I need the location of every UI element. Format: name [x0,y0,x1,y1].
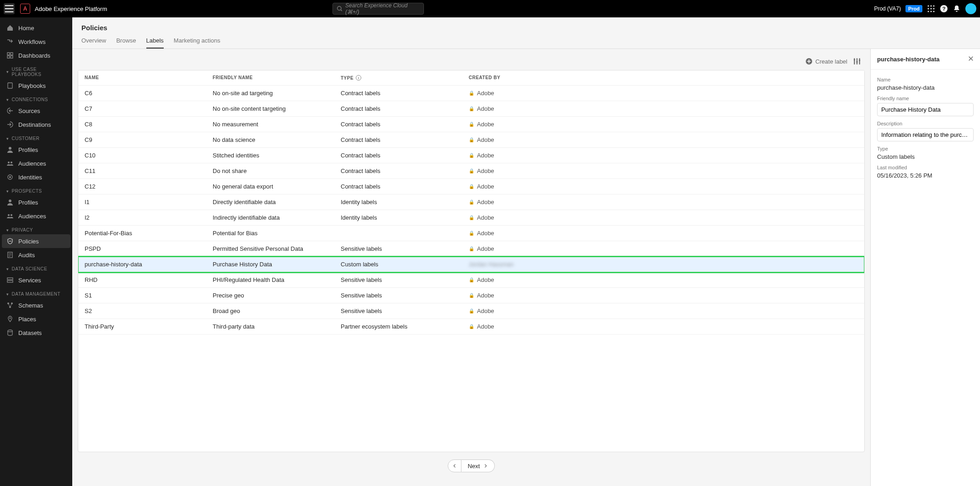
cell-type: Contract labels [341,152,469,159]
sidebar-item-places[interactable]: Places [0,312,72,326]
table-row[interactable]: C7No on-site content targetingContract l… [78,101,864,117]
sidebar-item-profiles[interactable]: Profiles [0,195,72,209]
help-icon[interactable]: ? [940,5,948,13]
avatar[interactable] [965,3,976,14]
cell-type: Contract labels [341,167,469,174]
col-type: TYPEi [341,75,469,81]
search-placeholder: Search Experience Cloud (⌘+/) [345,2,420,15]
sidebar-item-home[interactable]: Home [0,21,72,35]
sidebar-group-use-case-playbooks[interactable]: ▾USE CASE PLAYBOOKS [0,62,72,79]
apps-icon[interactable] [927,5,935,13]
cell-type: Identity labels [341,199,469,205]
table-row[interactable]: PSPDPermitted Sensitive Personal DataSen… [78,241,864,257]
create-label-text: Create label [815,58,847,65]
sidebar-item-sources[interactable]: Sources [0,104,72,118]
sidebar-group-privacy[interactable]: ▾PRIVACY [0,223,72,234]
sidebar-item-profiles[interactable]: Profiles [0,143,72,157]
detail-friendly-input[interactable] [877,103,974,116]
detail-title: purchase-history-data [877,56,940,63]
cell-created-by: 🔒Adobe [469,183,858,190]
pager-next-button[interactable]: Next [461,459,495,472]
sidebar-group-title: PRIVACY [12,227,33,232]
tab-browse[interactable]: Browse [116,37,136,49]
detail-description-input[interactable] [877,128,974,141]
sidebar-item-audiences[interactable]: Audiences [0,157,72,170]
app-title: Adobe Experience Platform [35,5,107,12]
cell-friendly: No on-site content targeting [213,105,341,112]
playbooks-icon [6,82,14,89]
tab-overview[interactable]: Overview [81,37,106,49]
table-row[interactable]: Potential-For-BiasPotential for Bias🔒Ado… [78,226,864,241]
cell-created-by: 🔒Adobe [469,292,858,299]
hamburger-menu[interactable] [4,3,15,14]
cell-friendly: Stitched identities [213,152,341,159]
col-name: NAME [85,75,213,81]
table-row[interactable]: RHDPHI/Regulated Health DataSensitive la… [78,272,864,288]
detail-type-value: Custom labels [877,153,974,160]
cell-friendly: Permitted Sensitive Personal Data [213,245,341,252]
cell-name: C10 [85,152,213,159]
table-row[interactable]: I2Indirectly identifiable dataIdentity l… [78,210,864,226]
sidebar-item-identities[interactable]: Identities [0,170,72,184]
cell-name: S2 [85,308,213,314]
sidebar-item-schemas[interactable]: Schemas [0,298,72,312]
sidebar-item-label: Identities [18,174,42,181]
sidebar-group-connections[interactable]: ▾CONNECTIONS [0,92,72,104]
sidebar-group-data-management[interactable]: ▾DATA MANAGEMENT [0,287,72,298]
sidebar-item-policies[interactable]: Policies [2,234,70,248]
table-row[interactable]: C12No general data exportContract labels… [78,179,864,194]
pager-prev-button[interactable] [448,459,461,472]
cell-type: Custom labels [341,261,469,268]
cell-created-by: 🔒Adobe [469,245,858,252]
sidebar-item-workflows[interactable]: Workflows [0,35,72,49]
cell-type: Sensitive labels [341,245,469,252]
sidebar-item-label: Audiences [18,213,46,220]
sidebar-group-prospects[interactable]: ▾PROSPECTS [0,184,72,195]
table-row[interactable]: I1Directly identifiable dataIdentity lab… [78,194,864,210]
table-row[interactable]: purchase-history-dataPurchase History Da… [78,257,864,272]
table-header: NAME FRIENDLY NAME TYPEi CREATED BY [78,70,864,86]
column-settings-button[interactable] [853,57,861,65]
table-row[interactable]: S1Precise geoSensitive labels🔒Adobe [78,288,864,303]
sidebar-item-destinations[interactable]: Destinations [0,118,72,131]
info-icon[interactable]: i [356,75,361,81]
table-row[interactable]: C8No measurementContract labels🔒Adobe [78,117,864,132]
table-row[interactable]: C9No data scienceContract labels🔒Adobe [78,132,864,148]
bell-icon[interactable] [953,5,961,13]
cell-name: C9 [85,136,213,143]
table-row[interactable]: C10Stitched identitiesContract labels🔒Ad… [78,148,864,163]
sidebar-item-label: Schemas [18,302,43,309]
sidebar-item-datasets[interactable]: Datasets [0,326,72,340]
table-row[interactable]: Third-PartyThird-party dataPartner ecosy… [78,319,864,335]
table-row[interactable]: C6No on-site ad targetingContract labels… [78,86,864,101]
sidebar-group-customer[interactable]: ▾CUSTOMER [0,131,72,143]
adobe-logo-icon: A [20,4,30,14]
lock-icon: 🔒 [469,293,474,298]
sidebar-item-audiences[interactable]: Audiences [0,209,72,223]
sidebar-group-data-science[interactable]: ▾DATA SCIENCE [0,262,72,273]
table-actions: Create label [78,55,865,70]
cell-type: Contract labels [341,121,469,128]
cell-name: C11 [85,167,213,174]
sidebar-item-playbooks[interactable]: Playbooks [0,79,72,92]
schemas-icon [6,302,14,309]
cell-friendly: Directly identifiable data [213,199,341,205]
sidebar-item-audits[interactable]: Audits [0,248,72,262]
search-input[interactable]: Search Experience Cloud (⌘+/) [332,3,424,15]
tab-marketing-actions[interactable]: Marketing actions [174,37,220,49]
cell-name: S1 [85,292,213,299]
table-row[interactable]: S2Broad geoSensitive labels🔒Adobe [78,303,864,319]
table-row[interactable]: C11Do not shareContract labels🔒Adobe [78,163,864,179]
cell-type: Sensitive labels [341,308,469,314]
close-button[interactable] [968,55,974,63]
svg-point-13 [9,147,11,150]
tab-labels[interactable]: Labels [146,37,164,49]
sidebar-item-services[interactable]: Services [0,273,72,287]
cell-created-by: 🔒Adobe [469,308,858,314]
svg-point-32 [859,59,860,61]
create-label-button[interactable]: Create label [805,58,847,65]
destinations-icon [6,121,14,128]
sidebar-item-dashboards[interactable]: Dashboards [0,49,72,62]
svg-rect-22 [7,278,13,280]
sidebar-item-label: Datasets [18,329,42,336]
